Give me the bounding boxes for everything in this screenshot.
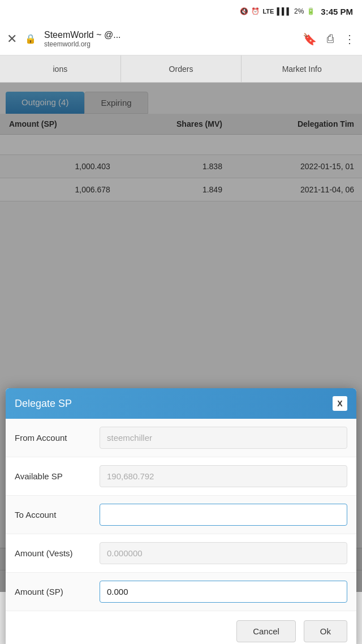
amount-vests-label: Amount (Vests) [15,548,100,558]
status-icons: 🔇 ⏰ LTE ▌▌▌ 2% 🔋 [240,7,315,15]
amount-sp-label: Amount (SP) [15,587,100,596]
from-account-row: From Account [6,419,356,457]
amount-vests-row: Amount (Vests) [6,534,356,573]
to-account-label: To Account [15,510,100,520]
url-area: SteemWorld ~ @... steemworld.org [44,30,295,48]
cancel-button[interactable]: Cancel [236,620,296,642]
signal-bars: ▌▌▌ [277,7,291,15]
tabs-bar: ions Orders Market Info [0,55,362,83]
tab-ions[interactable]: ions [0,55,121,82]
main-content: Outgoing (4) Expiring Amount (SP) Shares… [0,83,362,592]
site-title: SteemWorld ~ @... [44,30,295,40]
lock-icon: 🔒 [25,33,36,44]
alarm-icon: ⏰ [251,7,260,15]
amount-sp-input[interactable] [100,581,347,603]
browser-icons: 🔖 ⎙ ⋮ [303,32,355,46]
clock: 3:45 PM [321,7,353,16]
bookmark-icon[interactable]: 🔖 [303,32,317,46]
mute-icon: 🔇 [240,7,248,15]
share-icon[interactable]: ⎙ [327,32,334,45]
dialog-actions: Cancel Ok [6,611,356,644]
battery-percent: 2% [294,7,304,15]
to-account-input[interactable] [100,504,347,526]
browser-bar: ✕ 🔒 SteemWorld ~ @... steemworld.org 🔖 ⎙… [0,23,362,55]
delegate-sp-dialog: Delegate SP X From Account Available SP … [6,388,356,644]
amount-sp-row: Amount (SP) [6,573,356,611]
dialog-close-button[interactable]: X [333,396,347,411]
lte-label: LTE [262,8,274,15]
status-bar: 🔇 ⏰ LTE ▌▌▌ 2% 🔋 3:45 PM [0,0,362,23]
site-url: steemworld.org [44,40,295,48]
ok-button[interactable]: Ok [304,620,347,642]
battery-icon: 🔋 [307,7,315,15]
dialog-header: Delegate SP X [6,388,356,419]
more-icon[interactable]: ⋮ [344,32,355,46]
to-account-row: To Account [6,496,356,534]
from-account-label: From Account [15,433,100,443]
browser-close-button[interactable]: ✕ [7,32,17,46]
amount-vests-input[interactable] [100,542,347,564]
tab-orders[interactable]: Orders [121,55,242,82]
available-sp-row: Available SP [6,457,356,496]
tab-market-info[interactable]: Market Info [242,55,362,82]
dialog-title: Delegate SP [15,398,72,410]
available-sp-label: Available SP [15,471,100,481]
from-account-input[interactable] [100,427,347,449]
dialog-body: From Account Available SP To Account Amo… [6,419,356,611]
available-sp-input [100,465,347,487]
